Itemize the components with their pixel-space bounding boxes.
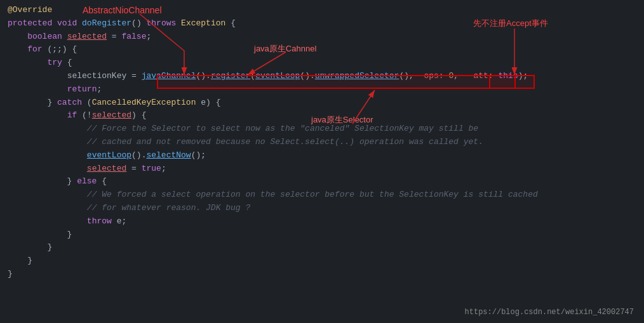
line-3: boolean selected = false; [8, 30, 636, 44]
line-6: selectionKey = javaChannel().register(ev… [8, 70, 636, 83]
line-14: } else { [8, 175, 636, 188]
line-10: // Force the Selector to select now as t… [8, 122, 636, 136]
line-12: eventLoop().selectNow(); [8, 149, 636, 162]
line-18: } [8, 228, 636, 242]
line-8: } catch (CancelledKeyException e) { [8, 96, 636, 110]
line-17: throw e; [8, 215, 636, 228]
line-15: // We forced a select operation on the s… [8, 188, 636, 202]
line-11: // cached and not removed because no Sel… [8, 136, 636, 149]
line-4: for (;;) { [8, 43, 636, 56]
line-21: } [8, 268, 636, 281]
line-9: if (!selected) { [8, 109, 636, 122]
line-2: protected void doRegister() throws Excep… [8, 17, 636, 30]
line-13: selected = true; [8, 162, 636, 176]
line-19: } [8, 241, 636, 254]
url-label: https://blog.csdn.net/weixin_42002747 [465, 308, 634, 317]
code-block: @Override protected void doRegister() th… [0, 0, 644, 285]
line-7: return; [8, 83, 636, 96]
line-20: } [8, 254, 636, 268]
line-5: try { [8, 56, 636, 70]
line-1: @Override [8, 4, 636, 17]
line-16: // for whatever reason. JDK bug ? [8, 202, 636, 215]
